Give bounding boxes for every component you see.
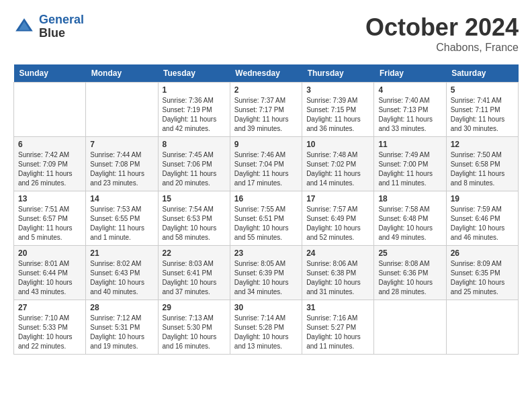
month-title: October 2024 Chabons, France xyxy=(365,13,519,54)
day-info: Sunrise: 7:58 AM Sunset: 6:48 PM Dayligh… xyxy=(378,205,441,242)
calendar-week-1: 1Sunrise: 7:36 AM Sunset: 7:19 PM Daylig… xyxy=(14,83,519,137)
calendar-cell: 2Sunrise: 7:37 AM Sunset: 7:17 PM Daylig… xyxy=(230,83,302,137)
day-number: 30 xyxy=(234,303,298,312)
weekday-header-friday: Friday xyxy=(374,64,446,83)
day-info: Sunrise: 7:12 AM Sunset: 5:31 PM Dayligh… xyxy=(90,314,153,351)
calendar-cell xyxy=(14,83,86,137)
day-info: Sunrise: 8:03 AM Sunset: 6:41 PM Dayligh… xyxy=(163,259,226,297)
calendar-cell: 1Sunrise: 7:36 AM Sunset: 7:19 PM Daylig… xyxy=(158,83,230,137)
weekday-header-sunday: Sunday xyxy=(14,64,86,83)
day-number: 22 xyxy=(163,248,226,258)
day-info: Sunrise: 7:41 AM Sunset: 7:11 PM Dayligh… xyxy=(451,96,514,134)
logo: General Blue xyxy=(13,13,84,40)
day-number: 9 xyxy=(234,140,298,149)
calendar-cell: 17Sunrise: 7:57 AM Sunset: 6:49 PM Dayli… xyxy=(302,191,374,246)
day-number: 3 xyxy=(306,85,369,95)
calendar-cell: 24Sunrise: 8:06 AM Sunset: 6:38 PM Dayli… xyxy=(302,246,374,300)
calendar-week-4: 20Sunrise: 8:01 AM Sunset: 6:44 PM Dayli… xyxy=(14,246,519,300)
day-info: Sunrise: 7:39 AM Sunset: 7:15 PM Dayligh… xyxy=(306,96,369,134)
day-info: Sunrise: 7:48 AM Sunset: 7:02 PM Dayligh… xyxy=(306,150,369,188)
day-info: Sunrise: 7:46 AM Sunset: 7:04 PM Dayligh… xyxy=(234,150,298,188)
calendar-cell xyxy=(374,300,446,355)
calendar-cell: 4Sunrise: 7:40 AM Sunset: 7:13 PM Daylig… xyxy=(374,83,446,137)
day-number: 23 xyxy=(234,248,298,258)
calendar-week-5: 27Sunrise: 7:10 AM Sunset: 5:33 PM Dayli… xyxy=(14,300,519,355)
calendar-cell: 30Sunrise: 7:14 AM Sunset: 5:28 PM Dayli… xyxy=(230,300,302,355)
logo-text: General Blue xyxy=(39,13,84,40)
day-number: 29 xyxy=(163,303,226,312)
day-info: Sunrise: 8:08 AM Sunset: 6:36 PM Dayligh… xyxy=(378,259,441,297)
day-number: 7 xyxy=(90,140,153,149)
day-info: Sunrise: 7:50 AM Sunset: 6:58 PM Dayligh… xyxy=(451,150,514,188)
day-number: 28 xyxy=(90,303,153,312)
day-number: 15 xyxy=(163,194,226,203)
day-number: 17 xyxy=(306,194,369,203)
calendar-cell: 14Sunrise: 7:53 AM Sunset: 6:55 PM Dayli… xyxy=(86,191,158,246)
day-number: 25 xyxy=(378,248,441,258)
weekday-header-monday: Monday xyxy=(86,64,158,83)
calendar-cell: 9Sunrise: 7:46 AM Sunset: 7:04 PM Daylig… xyxy=(230,137,302,191)
calendar-cell: 26Sunrise: 8:09 AM Sunset: 6:35 PM Dayli… xyxy=(446,246,518,300)
calendar-cell: 11Sunrise: 7:49 AM Sunset: 7:00 PM Dayli… xyxy=(374,137,446,191)
day-info: Sunrise: 7:16 AM Sunset: 5:27 PM Dayligh… xyxy=(306,314,369,351)
calendar-table: SundayMondayTuesdayWednesdayThursdayFrid… xyxy=(13,64,519,355)
day-number: 31 xyxy=(306,303,369,312)
day-number: 12 xyxy=(451,140,514,149)
day-number: 13 xyxy=(18,194,81,203)
calendar-cell: 27Sunrise: 7:10 AM Sunset: 5:33 PM Dayli… xyxy=(14,300,86,355)
calendar-cell: 3Sunrise: 7:39 AM Sunset: 7:15 PM Daylig… xyxy=(302,83,374,137)
day-number: 11 xyxy=(378,140,441,149)
day-number: 8 xyxy=(163,140,226,149)
day-number: 5 xyxy=(451,85,514,95)
day-info: Sunrise: 7:36 AM Sunset: 7:19 PM Dayligh… xyxy=(163,96,226,134)
calendar-cell: 18Sunrise: 7:58 AM Sunset: 6:48 PM Dayli… xyxy=(374,191,446,246)
day-number: 14 xyxy=(90,194,153,203)
day-number: 18 xyxy=(378,194,441,203)
calendar-cell: 5Sunrise: 7:41 AM Sunset: 7:11 PM Daylig… xyxy=(446,83,518,137)
day-info: Sunrise: 7:10 AM Sunset: 5:33 PM Dayligh… xyxy=(18,314,81,351)
day-info: Sunrise: 7:55 AM Sunset: 6:51 PM Dayligh… xyxy=(234,205,298,242)
calendar-cell: 22Sunrise: 8:03 AM Sunset: 6:41 PM Dayli… xyxy=(158,246,230,300)
weekday-header-wednesday: Wednesday xyxy=(230,64,302,83)
day-info: Sunrise: 7:14 AM Sunset: 5:28 PM Dayligh… xyxy=(234,314,298,351)
day-info: Sunrise: 7:45 AM Sunset: 7:06 PM Dayligh… xyxy=(163,150,226,188)
calendar-cell: 16Sunrise: 7:55 AM Sunset: 6:51 PM Dayli… xyxy=(230,191,302,246)
day-info: Sunrise: 7:13 AM Sunset: 5:30 PM Dayligh… xyxy=(163,314,226,351)
day-info: Sunrise: 8:06 AM Sunset: 6:38 PM Dayligh… xyxy=(306,259,369,297)
page-header: General Blue October 2024 Chabons, Franc… xyxy=(13,13,519,54)
logo-icon xyxy=(13,16,35,38)
day-number: 27 xyxy=(18,303,81,312)
calendar-week-3: 13Sunrise: 7:51 AM Sunset: 6:57 PM Dayli… xyxy=(14,191,519,246)
day-info: Sunrise: 7:40 AM Sunset: 7:13 PM Dayligh… xyxy=(378,96,441,134)
calendar-cell: 29Sunrise: 7:13 AM Sunset: 5:30 PM Dayli… xyxy=(158,300,230,355)
month-year: October 2024 xyxy=(365,13,519,42)
calendar-cell: 20Sunrise: 8:01 AM Sunset: 6:44 PM Dayli… xyxy=(14,246,86,300)
calendar-cell: 15Sunrise: 7:54 AM Sunset: 6:53 PM Dayli… xyxy=(158,191,230,246)
day-number: 10 xyxy=(306,140,369,149)
day-number: 4 xyxy=(378,85,441,95)
weekday-header-row: SundayMondayTuesdayWednesdayThursdayFrid… xyxy=(14,64,519,83)
day-info: Sunrise: 7:54 AM Sunset: 6:53 PM Dayligh… xyxy=(163,205,226,242)
day-number: 2 xyxy=(234,85,298,95)
calendar-cell xyxy=(86,83,158,137)
calendar-cell: 21Sunrise: 8:02 AM Sunset: 6:43 PM Dayli… xyxy=(86,246,158,300)
calendar-cell: 13Sunrise: 7:51 AM Sunset: 6:57 PM Dayli… xyxy=(14,191,86,246)
day-info: Sunrise: 7:44 AM Sunset: 7:08 PM Dayligh… xyxy=(90,150,153,188)
day-number: 6 xyxy=(18,140,81,149)
day-number: 1 xyxy=(163,85,226,95)
day-info: Sunrise: 8:09 AM Sunset: 6:35 PM Dayligh… xyxy=(451,259,514,297)
weekday-header-tuesday: Tuesday xyxy=(158,64,230,83)
day-info: Sunrise: 7:49 AM Sunset: 7:00 PM Dayligh… xyxy=(378,150,441,188)
day-number: 19 xyxy=(451,194,514,203)
calendar-cell: 28Sunrise: 7:12 AM Sunset: 5:31 PM Dayli… xyxy=(86,300,158,355)
calendar-cell: 8Sunrise: 7:45 AM Sunset: 7:06 PM Daylig… xyxy=(158,137,230,191)
location: Chabons, France xyxy=(365,42,519,54)
day-info: Sunrise: 8:01 AM Sunset: 6:44 PM Dayligh… xyxy=(18,259,81,297)
day-info: Sunrise: 7:51 AM Sunset: 6:57 PM Dayligh… xyxy=(18,205,81,242)
day-number: 21 xyxy=(90,248,153,258)
day-info: Sunrise: 7:53 AM Sunset: 6:55 PM Dayligh… xyxy=(90,205,153,242)
calendar-cell: 7Sunrise: 7:44 AM Sunset: 7:08 PM Daylig… xyxy=(86,137,158,191)
calendar-cell: 12Sunrise: 7:50 AM Sunset: 6:58 PM Dayli… xyxy=(446,137,518,191)
day-info: Sunrise: 7:37 AM Sunset: 7:17 PM Dayligh… xyxy=(234,96,298,134)
calendar-cell xyxy=(446,300,518,355)
